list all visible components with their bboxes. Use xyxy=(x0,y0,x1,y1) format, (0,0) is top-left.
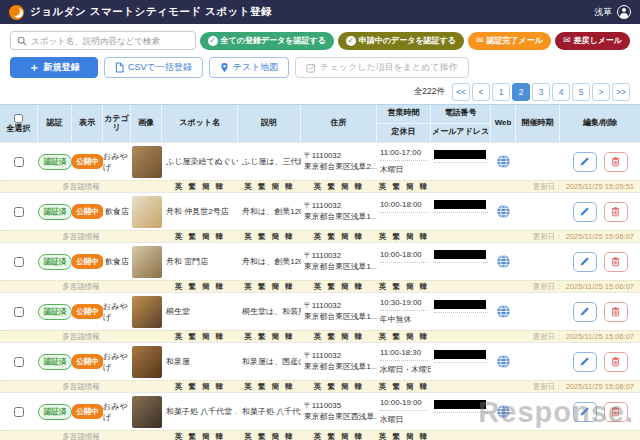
spot-record: 認証済 公開中 おみやげ 桐生堂 桐生堂は、和装用か… 〒1110032 東京都… xyxy=(0,292,640,342)
page-button-3[interactable]: 3 xyxy=(532,83,550,101)
app-title: ジョルダン スマートシティモード スポット登録 xyxy=(30,5,272,19)
web-link-button[interactable] xyxy=(496,154,511,169)
open-hours: 11:00-17:00 xyxy=(380,148,428,161)
page-button-[interactable]: < xyxy=(472,83,490,101)
user-account-icon[interactable] xyxy=(617,5,631,19)
multilang-label: 多言語情報 xyxy=(0,381,162,392)
delete-button[interactable] xyxy=(604,352,628,372)
row-checkbox[interactable] xyxy=(14,407,24,417)
mail-complete-button[interactable]: ✉ 認証完了メール xyxy=(468,32,551,50)
edit-button[interactable] xyxy=(573,402,597,422)
page-button-2[interactable]: 2 xyxy=(512,83,530,101)
web-link-button[interactable] xyxy=(496,404,511,419)
header-hours-closed: 営業時間 定休日 xyxy=(377,105,431,142)
header-auth: 認証 xyxy=(38,105,72,142)
page-button-1[interactable]: 1 xyxy=(492,83,510,101)
web-link-button[interactable] xyxy=(496,254,511,269)
csv-bulk-button[interactable]: CSVで一括登録 xyxy=(104,57,203,78)
trash-icon xyxy=(610,406,621,417)
page-button-[interactable]: > xyxy=(592,83,610,101)
phone-cell xyxy=(431,243,491,280)
web-link-button[interactable] xyxy=(496,304,511,319)
spot-record: 認証済 公開中 おみやげ 和泉屋 和泉屋は、国産のう… 〒1110032 東京都… xyxy=(0,342,640,392)
row-checkbox[interactable] xyxy=(14,307,24,317)
mail-address-value xyxy=(434,363,488,373)
lang-badges: 英 繁 簡 韓 xyxy=(301,331,377,342)
multilang-label: 多言語情報 xyxy=(0,181,162,192)
page-button-[interactable]: >> xyxy=(612,83,630,101)
edit-button[interactable] xyxy=(573,152,597,172)
verify-pending-label: 申請中のデータを認証する xyxy=(359,35,456,46)
phone-cell xyxy=(431,343,491,380)
checklist-icon xyxy=(306,63,316,73)
multilang-label: 多言語情報 xyxy=(0,331,162,342)
row-checkbox[interactable] xyxy=(14,207,24,217)
edit-button[interactable] xyxy=(573,302,597,322)
select-all-checkbox[interactable] xyxy=(14,114,23,123)
auth-status-badge: 認証済 xyxy=(38,404,72,420)
hours-cell: 10:00-18:00 xyxy=(377,243,431,280)
mail-return-button[interactable]: ✉ 差戻しメール xyxy=(555,32,630,50)
period-cell xyxy=(516,143,560,180)
pencil-icon xyxy=(579,306,590,317)
delete-button[interactable] xyxy=(604,302,628,322)
table-row: 認証済 公開中 おみやげ 桐生堂 桐生堂は、和装用か… 〒1110032 東京都… xyxy=(0,293,640,330)
test-map-button[interactable]: テスト地図 xyxy=(209,57,290,78)
table-body: 認証済 公開中 おみやげ ふじ屋染絵てぬぐい … ふじ屋は、三代続く… 〒111… xyxy=(0,142,640,440)
search-box[interactable] xyxy=(10,31,196,50)
page-button-4[interactable]: 4 xyxy=(552,83,570,101)
web-link-button[interactable] xyxy=(496,354,511,369)
category-value: おみやげ xyxy=(103,343,131,380)
row-checkbox[interactable] xyxy=(14,157,24,167)
edit-button[interactable] xyxy=(573,202,597,222)
lang-badges: 英 繁 簡 韓 xyxy=(301,431,377,440)
edit-button[interactable] xyxy=(573,252,597,272)
spot-description: 舟和は、創業120年… xyxy=(238,193,301,230)
pencil-icon xyxy=(579,406,590,417)
row-actions xyxy=(560,243,640,280)
search-input[interactable] xyxy=(31,36,189,46)
lang-badges: 英 繁 簡 韓 xyxy=(162,381,238,392)
trash-icon xyxy=(610,256,621,267)
closed-day: 年中無休 xyxy=(380,311,428,325)
header-display: 表示 xyxy=(72,105,103,142)
spot-address: 〒1110032 東京都台東区浅草1… xyxy=(301,193,377,230)
page-button-5[interactable]: 5 xyxy=(572,83,590,101)
mail-return-label: 差戻しメール xyxy=(573,35,622,46)
table-row: 認証済 公開中 飲食店 舟和 雷門店 舟和は、創業120年… 〒1110032 … xyxy=(0,243,640,280)
delete-button[interactable] xyxy=(604,202,628,222)
web-link-button[interactable] xyxy=(496,204,511,219)
search-icon xyxy=(17,36,27,46)
new-registration-button[interactable]: ＋ 新規登録 xyxy=(10,57,98,78)
verify-all-button[interactable]: ✓ 全ての登録データを認証する xyxy=(200,32,334,50)
page-button-[interactable]: << xyxy=(452,83,470,101)
row-actions xyxy=(560,143,640,180)
spot-description: 和菓子処 八千代堂 … xyxy=(238,393,301,430)
delete-button[interactable] xyxy=(604,402,628,422)
verify-pending-button[interactable]: ✓ 申請中のデータを認証する xyxy=(338,32,464,50)
jorudan-logo-icon xyxy=(9,5,24,20)
spot-name: ふじ屋染絵てぬぐい … xyxy=(162,143,238,180)
globe-icon xyxy=(496,204,511,219)
header-category: カテゴリ xyxy=(103,105,131,142)
delete-button[interactable] xyxy=(604,152,628,172)
publish-status-badge: 公開中 xyxy=(72,254,103,269)
row-checkbox[interactable] xyxy=(14,357,24,367)
header-period: 開催時期 xyxy=(516,105,560,142)
app-window: ジョルダン スマートシティモード スポット登録 浅草 ✓ 全ての登録データを認証… xyxy=(0,0,640,440)
table-row: 認証済 公開中 飲食店 舟和 仲見世2号店 舟和は、創業120年… 〒11100… xyxy=(0,193,640,230)
spot-record: 認証済 公開中 おみやげ 和菓子処 八千代堂 … 和菓子処 八千代堂 … 〒11… xyxy=(0,392,640,440)
redacted-phone xyxy=(434,400,486,409)
lang-badges: 英 繁 簡 韓 xyxy=(301,381,377,392)
redacted-phone xyxy=(434,250,486,259)
delete-button[interactable] xyxy=(604,252,628,272)
spot-name: 桐生堂 xyxy=(162,293,238,330)
edit-button[interactable] xyxy=(573,352,597,372)
trash-icon xyxy=(610,306,621,317)
lang-badges: 英 繁 簡 韓 xyxy=(238,181,301,192)
header-select-all: 全選択 xyxy=(0,105,38,142)
multilang-row: 多言語情報 英 繁 簡 韓 英 繁 簡 韓 英 繁 簡 韓 英 繁 簡 韓 更新… xyxy=(0,180,640,192)
bulk-operation-button[interactable]: チェックした項目をまとめて操作 xyxy=(295,57,468,78)
mail-icon: ✉ xyxy=(563,36,571,45)
row-checkbox[interactable] xyxy=(14,257,24,267)
